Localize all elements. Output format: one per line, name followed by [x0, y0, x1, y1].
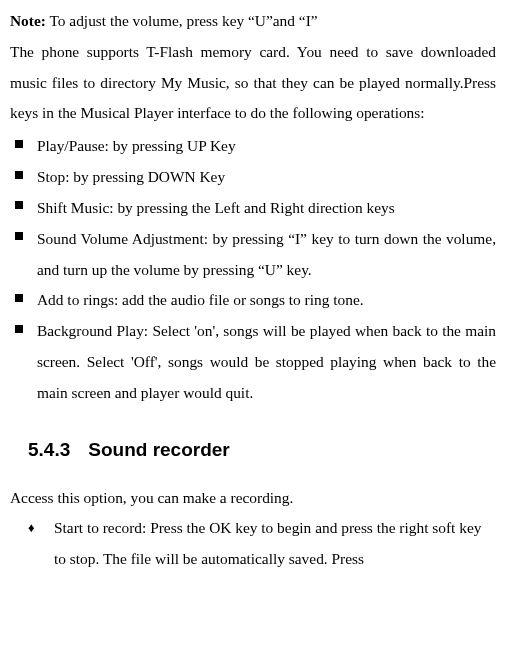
note-label: Note: — [10, 12, 46, 29]
section-number: 5.4.3 — [28, 439, 70, 460]
list-item: Background Play: Select 'on', songs will… — [37, 316, 496, 408]
operations-list: Play/Pause: by pressing UP Key Stop: by … — [10, 131, 496, 408]
note-paragraph: Note: To adjust the volume, press key “U… — [10, 6, 496, 37]
section-title: Sound recorder — [88, 439, 229, 460]
list-item: Add to rings: add the audio file or song… — [37, 285, 496, 316]
recorder-intro: Access this option, you can make a recor… — [10, 483, 496, 514]
section-heading: 5.4.3Sound recorder — [28, 431, 496, 469]
list-item: Start to record: Press the OK key to beg… — [54, 513, 496, 575]
recorder-list: Start to record: Press the OK key to beg… — [10, 513, 496, 575]
list-item: Sound Volume Adjustment: by pressing “I”… — [37, 224, 496, 286]
list-item: Play/Pause: by pressing UP Key — [37, 131, 496, 162]
intro-paragraph: The phone supports T-Flash memory card. … — [10, 37, 496, 129]
list-item: Stop: by pressing DOWN Key — [37, 162, 496, 193]
note-text: To adjust the volume, press key “U”and “… — [46, 12, 318, 29]
list-item: Shift Music: by pressing the Left and Ri… — [37, 193, 496, 224]
